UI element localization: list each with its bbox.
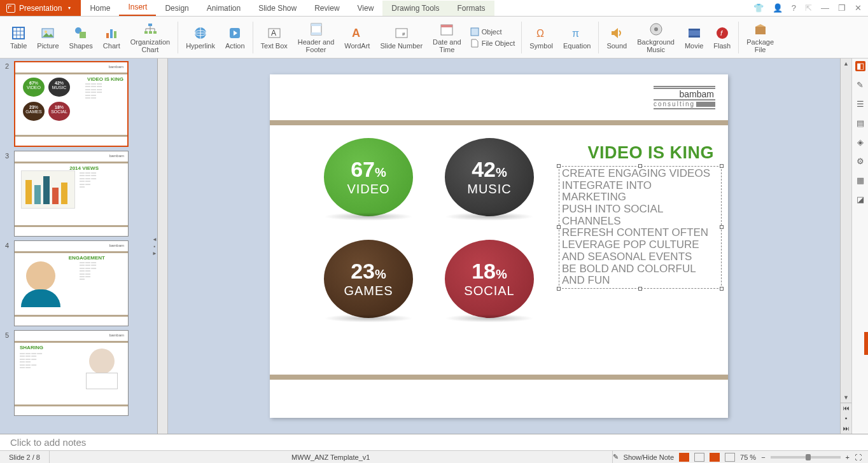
bgmusic-button[interactable]: Background Music xyxy=(632,20,680,55)
zoom-slider[interactable] xyxy=(771,456,841,459)
flash-button[interactable]: fFlash xyxy=(708,24,736,51)
tab-animation[interactable]: Animation xyxy=(198,1,249,16)
thumb-number: 2 xyxy=(5,61,14,70)
svg-rect-15 xyxy=(153,31,157,34)
app-menu-button[interactable]: Presentation ▾ xyxy=(0,0,81,16)
sound-button[interactable]: Sound xyxy=(601,24,632,51)
object-button[interactable]: Object xyxy=(470,27,515,36)
view-normal-button[interactable] xyxy=(679,453,689,462)
brand-logo: bambam consulting xyxy=(654,86,715,109)
picture-button[interactable]: Picture xyxy=(32,24,64,51)
orgchart-button[interactable]: Organization Chart xyxy=(125,20,175,55)
menu-tabs: HomeInsertDesignAnimationSlide ShowRevie… xyxy=(81,0,494,16)
taskpane-anim-icon[interactable]: ◈ xyxy=(855,137,865,148)
table-button[interactable]: Table xyxy=(5,24,32,51)
equation-button[interactable]: πEquation xyxy=(558,24,596,51)
thumbnail-splitter[interactable]: ◄▪► xyxy=(152,59,157,434)
scroll-up-button[interactable]: ▲ xyxy=(841,59,851,69)
taskpane-media-icon[interactable]: ▦ xyxy=(855,176,865,186)
close-button[interactable]: ✕ xyxy=(855,3,862,13)
tab-formats[interactable]: Formats xyxy=(449,1,494,16)
taskpane-home-icon[interactable]: ◧ xyxy=(855,61,865,71)
bubble-music: 42%MUSIC xyxy=(442,138,537,221)
tab-drawing-tools[interactable]: Drawing Tools xyxy=(382,1,448,16)
goto-button[interactable]: ▪ xyxy=(841,413,851,424)
taskpane-object-icon[interactable]: ◪ xyxy=(855,195,865,205)
tab-insert[interactable]: Insert xyxy=(119,0,156,16)
thumbnail-slide-2[interactable]: bambam VIDEO IS KING xxxx xxxx xxxxxxxx … xyxy=(14,61,129,147)
showhide-note-button[interactable]: Show/Hide Note xyxy=(624,453,675,461)
slide-body-textbox[interactable]: CREATE ENGAGING VIDEOSINTEGRATE INTO MAR… xyxy=(559,166,722,289)
thumb-number: 4 xyxy=(5,240,14,249)
tab-design[interactable]: Design xyxy=(156,1,197,16)
slide-title: VIDEO IS KING xyxy=(587,143,714,163)
svg-rect-12 xyxy=(148,24,152,26)
notes-placeholder: Click to add notes xyxy=(10,437,86,448)
movie-button[interactable]: Movie xyxy=(680,24,708,51)
chart-button[interactable]: Chart xyxy=(98,24,125,51)
symbol-button[interactable]: ΩSymbol xyxy=(524,24,558,51)
body-line: BE BOLD AND COLORFUL xyxy=(562,263,718,275)
minimize-button[interactable]: — xyxy=(821,3,829,13)
notes-pane[interactable]: Click to add notes xyxy=(0,434,868,450)
zoom-in-button[interactable]: + xyxy=(846,453,850,461)
user-icon[interactable]: 👤 xyxy=(773,3,783,13)
prev-slide-button[interactable]: ⏮ xyxy=(841,403,851,413)
svg-rect-11 xyxy=(114,31,116,38)
pin-icon[interactable]: ⇱ xyxy=(805,3,812,13)
packagefile-button[interactable]: Package File xyxy=(741,20,779,55)
textbox-button[interactable]: AText Box xyxy=(256,24,293,51)
svg-rect-39 xyxy=(755,27,766,34)
status-zoom: 75 % xyxy=(740,453,756,461)
svg-rect-35 xyxy=(689,29,700,31)
body-line: REFRESH CONTENT OFTEN xyxy=(562,227,718,239)
svg-text:Ω: Ω xyxy=(536,28,544,39)
taskpane-format-icon[interactable]: ▤ xyxy=(855,118,865,128)
scroll-down-button[interactable]: ▼ xyxy=(841,392,851,403)
svg-rect-28 xyxy=(441,25,452,27)
bubble-social: 18%SOCIAL xyxy=(442,240,537,322)
view-slideshow-button[interactable] xyxy=(725,453,735,462)
taskpane-handle[interactable] xyxy=(864,332,868,355)
body-line: AND FUN xyxy=(562,275,718,287)
thumbnail-slide-3[interactable]: bambam 2014 VIEWS xxxx xxxx xxxxxxxx xxx… xyxy=(14,151,129,237)
svg-point-6 xyxy=(45,31,47,33)
zoom-out-button[interactable]: − xyxy=(761,453,765,461)
svg-rect-22 xyxy=(311,24,321,26)
tab-slide-show[interactable]: Slide Show xyxy=(249,1,305,16)
taskpane-props-icon[interactable]: ⚙ xyxy=(855,156,865,167)
slidenumber-button[interactable]: #Slide Number xyxy=(375,24,428,51)
bubble-games: 23%GAMES xyxy=(321,240,416,322)
svg-text:π: π xyxy=(572,28,579,39)
slide[interactable]: bambam consulting 67%VIDEO42%MUSIC23%GAM… xyxy=(270,74,728,418)
tab-view[interactable]: View xyxy=(349,1,383,16)
restore-button[interactable]: ❐ xyxy=(838,3,846,13)
fileobject-button[interactable]: File Object xyxy=(470,39,515,48)
taskpane-clip-icon[interactable]: ✎ xyxy=(855,80,865,90)
headerfooter-button[interactable]: Header and Footer xyxy=(293,20,340,55)
taskpane-layers-icon[interactable]: ☰ xyxy=(855,99,865,109)
hyperlink-button[interactable]: Hyperlink xyxy=(181,24,220,51)
thumbnail-slide-5[interactable]: bambam SHARING xxxx xxxx xxxx xxxxxxxx x… xyxy=(14,330,129,416)
view-sorter-button[interactable] xyxy=(694,453,704,462)
tab-review[interactable]: Review xyxy=(305,1,348,16)
app-logo-icon xyxy=(6,4,15,13)
action-button[interactable]: Action xyxy=(220,24,250,51)
shapes-button[interactable]: Shapes xyxy=(64,24,98,51)
right-taskpane-rail: ◧ ✎ ☰ ▤ ◈ ⚙ ▦ ◪ xyxy=(851,59,868,434)
svg-rect-0 xyxy=(13,27,24,39)
shirt-icon[interactable]: 👕 xyxy=(753,3,764,13)
view-reading-button[interactable] xyxy=(710,453,720,462)
help-button[interactable]: ? xyxy=(792,3,796,13)
next-slide-button[interactable]: ⏭ xyxy=(841,424,851,434)
wordart-button[interactable]: AWordArt xyxy=(339,24,375,51)
tab-home[interactable]: Home xyxy=(81,1,119,16)
status-bar: Slide 2 / 8 MWW_ANZ Template_v1 ✎ Show/H… xyxy=(0,450,868,463)
datetime-button[interactable]: Date and Time xyxy=(428,20,466,55)
thumbnail-slide-4[interactable]: bambam ENGAGEMENT xxxx xxxx xxxxxxxx xxx… xyxy=(14,240,129,326)
svg-rect-25 xyxy=(396,29,407,38)
body-line: AND SEASONAL EVENTS xyxy=(562,251,718,263)
vertical-scrollbar[interactable]: ▲ ▼ ⏮ ▪ ⏭ xyxy=(840,59,851,434)
fit-button[interactable]: ⛶ xyxy=(855,453,862,461)
svg-text:A: A xyxy=(271,29,276,38)
